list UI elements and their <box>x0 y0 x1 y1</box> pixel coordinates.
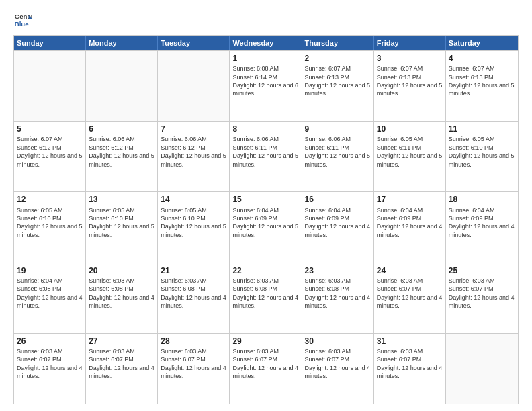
day-number: 26 <box>17 336 83 347</box>
day-number: 3 <box>377 53 443 64</box>
calendar: SundayMondayTuesdayWednesdayThursdayFrid… <box>13 35 519 404</box>
weekday-header-saturday: Saturday <box>446 36 518 50</box>
day-info: Sunrise: 6:05 AM Sunset: 6:11 PM Dayligh… <box>377 135 443 169</box>
day-cell-16: 16Sunrise: 6:04 AM Sunset: 6:09 PM Dayli… <box>302 192 374 262</box>
svg-text:Blue: Blue <box>15 20 29 28</box>
day-number: 28 <box>161 336 226 347</box>
empty-cell <box>86 51 158 121</box>
day-number: 18 <box>449 194 515 205</box>
day-cell-20: 20Sunrise: 6:03 AM Sunset: 6:08 PM Dayli… <box>86 263 158 333</box>
day-cell-7: 7Sunrise: 6:06 AM Sunset: 6:12 PM Daylig… <box>158 122 230 191</box>
weekday-header-wednesday: Wednesday <box>230 36 302 50</box>
calendar-body: 1Sunrise: 6:08 AM Sunset: 6:14 PM Daylig… <box>14 50 518 404</box>
logo-icon: General Blue <box>13 11 32 30</box>
day-cell-25: 25Sunrise: 6:03 AM Sunset: 6:07 PM Dayli… <box>446 263 518 333</box>
day-number: 20 <box>89 265 154 276</box>
day-info: Sunrise: 6:04 AM Sunset: 6:09 PM Dayligh… <box>377 206 443 240</box>
day-info: Sunrise: 6:03 AM Sunset: 6:08 PM Dayligh… <box>305 277 371 310</box>
day-cell-1: 1Sunrise: 6:08 AM Sunset: 6:14 PM Daylig… <box>230 51 302 121</box>
logo: General Blue <box>13 11 32 30</box>
day-cell-3: 3Sunrise: 6:07 AM Sunset: 6:13 PM Daylig… <box>374 51 446 121</box>
day-info: Sunrise: 6:03 AM Sunset: 6:07 PM Dayligh… <box>17 347 83 381</box>
day-cell-22: 22Sunrise: 6:03 AM Sunset: 6:08 PM Dayli… <box>230 263 302 333</box>
day-number: 15 <box>232 194 298 205</box>
day-cell-28: 28Sunrise: 6:03 AM Sunset: 6:07 PM Dayli… <box>158 334 230 404</box>
day-number: 1 <box>232 53 298 64</box>
day-info: Sunrise: 6:03 AM Sunset: 6:07 PM Dayligh… <box>161 347 226 381</box>
day-number: 27 <box>89 336 154 347</box>
calendar-row-3: 12Sunrise: 6:05 AM Sunset: 6:10 PM Dayli… <box>14 191 518 262</box>
calendar-row-1: 1Sunrise: 6:08 AM Sunset: 6:14 PM Daylig… <box>14 50 518 121</box>
calendar-header: SundayMondayTuesdayWednesdayThursdayFrid… <box>14 36 518 50</box>
weekday-header-tuesday: Tuesday <box>158 36 230 50</box>
day-info: Sunrise: 6:06 AM Sunset: 6:11 PM Dayligh… <box>305 135 371 169</box>
day-number: 9 <box>305 124 371 134</box>
day-info: Sunrise: 6:08 AM Sunset: 6:14 PM Dayligh… <box>232 64 298 98</box>
day-number: 2 <box>305 53 371 64</box>
day-number: 30 <box>305 336 371 347</box>
day-cell-30: 30Sunrise: 6:03 AM Sunset: 6:07 PM Dayli… <box>302 334 374 404</box>
calendar-row-2: 5Sunrise: 6:07 AM Sunset: 6:12 PM Daylig… <box>14 121 518 191</box>
day-number: 16 <box>305 194 371 205</box>
day-cell-17: 17Sunrise: 6:04 AM Sunset: 6:09 PM Dayli… <box>374 192 446 262</box>
day-info: Sunrise: 6:03 AM Sunset: 6:08 PM Dayligh… <box>161 277 226 310</box>
day-number: 25 <box>449 265 515 276</box>
day-info: Sunrise: 6:06 AM Sunset: 6:12 PM Dayligh… <box>89 135 154 169</box>
day-number: 17 <box>377 194 443 205</box>
day-cell-10: 10Sunrise: 6:05 AM Sunset: 6:11 PM Dayli… <box>374 122 446 191</box>
day-cell-26: 26Sunrise: 6:03 AM Sunset: 6:07 PM Dayli… <box>14 334 86 404</box>
day-cell-13: 13Sunrise: 6:05 AM Sunset: 6:10 PM Dayli… <box>86 192 158 262</box>
day-number: 23 <box>305 265 371 276</box>
day-info: Sunrise: 6:05 AM Sunset: 6:10 PM Dayligh… <box>161 206 226 240</box>
day-cell-19: 19Sunrise: 6:04 AM Sunset: 6:08 PM Dayli… <box>14 263 86 333</box>
day-cell-5: 5Sunrise: 6:07 AM Sunset: 6:12 PM Daylig… <box>14 122 86 191</box>
day-cell-24: 24Sunrise: 6:03 AM Sunset: 6:07 PM Dayli… <box>374 263 446 333</box>
day-info: Sunrise: 6:05 AM Sunset: 6:10 PM Dayligh… <box>449 135 515 169</box>
weekday-header-friday: Friday <box>374 36 446 50</box>
day-number: 24 <box>377 265 443 276</box>
weekday-header-monday: Monday <box>86 36 158 50</box>
day-number: 12 <box>17 194 83 205</box>
weekday-header-thursday: Thursday <box>302 36 374 50</box>
day-info: Sunrise: 6:03 AM Sunset: 6:07 PM Dayligh… <box>89 347 154 381</box>
day-number: 21 <box>161 265 226 276</box>
day-info: Sunrise: 6:07 AM Sunset: 6:13 PM Dayligh… <box>305 64 371 98</box>
day-info: Sunrise: 6:07 AM Sunset: 6:13 PM Dayligh… <box>377 64 443 98</box>
day-cell-27: 27Sunrise: 6:03 AM Sunset: 6:07 PM Dayli… <box>86 334 158 404</box>
day-number: 4 <box>449 53 515 64</box>
day-cell-18: 18Sunrise: 6:04 AM Sunset: 6:09 PM Dayli… <box>446 192 518 262</box>
day-cell-11: 11Sunrise: 6:05 AM Sunset: 6:10 PM Dayli… <box>446 122 518 191</box>
day-cell-12: 12Sunrise: 6:05 AM Sunset: 6:10 PM Dayli… <box>14 192 86 262</box>
day-info: Sunrise: 6:07 AM Sunset: 6:12 PM Dayligh… <box>17 135 83 169</box>
day-cell-8: 8Sunrise: 6:06 AM Sunset: 6:11 PM Daylig… <box>230 122 302 191</box>
day-cell-4: 4Sunrise: 6:07 AM Sunset: 6:13 PM Daylig… <box>446 51 518 121</box>
day-number: 29 <box>232 336 298 347</box>
day-info: Sunrise: 6:04 AM Sunset: 6:08 PM Dayligh… <box>17 277 83 310</box>
day-number: 11 <box>449 124 515 134</box>
day-info: Sunrise: 6:03 AM Sunset: 6:08 PM Dayligh… <box>89 277 154 310</box>
day-info: Sunrise: 6:03 AM Sunset: 6:07 PM Dayligh… <box>449 277 515 310</box>
day-cell-14: 14Sunrise: 6:05 AM Sunset: 6:10 PM Dayli… <box>158 192 230 262</box>
day-number: 19 <box>17 265 83 276</box>
day-number: 14 <box>161 194 226 205</box>
day-number: 7 <box>161 124 226 134</box>
day-number: 5 <box>17 124 83 134</box>
day-info: Sunrise: 6:04 AM Sunset: 6:09 PM Dayligh… <box>305 206 371 240</box>
day-info: Sunrise: 6:03 AM Sunset: 6:08 PM Dayligh… <box>232 277 298 310</box>
day-info: Sunrise: 6:05 AM Sunset: 6:10 PM Dayligh… <box>17 206 83 240</box>
day-cell-9: 9Sunrise: 6:06 AM Sunset: 6:11 PM Daylig… <box>302 122 374 191</box>
day-info: Sunrise: 6:05 AM Sunset: 6:10 PM Dayligh… <box>89 206 154 240</box>
day-cell-2: 2Sunrise: 6:07 AM Sunset: 6:13 PM Daylig… <box>302 51 374 121</box>
day-number: 13 <box>89 194 154 205</box>
day-info: Sunrise: 6:06 AM Sunset: 6:12 PM Dayligh… <box>161 135 226 169</box>
day-number: 22 <box>232 265 298 276</box>
calendar-row-5: 26Sunrise: 6:03 AM Sunset: 6:07 PM Dayli… <box>14 333 518 404</box>
weekday-header-sunday: Sunday <box>14 36 86 50</box>
day-cell-23: 23Sunrise: 6:03 AM Sunset: 6:08 PM Dayli… <box>302 263 374 333</box>
day-info: Sunrise: 6:04 AM Sunset: 6:09 PM Dayligh… <box>449 206 515 240</box>
empty-cell <box>14 51 86 121</box>
day-info: Sunrise: 6:03 AM Sunset: 6:07 PM Dayligh… <box>377 277 443 310</box>
calendar-row-4: 19Sunrise: 6:04 AM Sunset: 6:08 PM Dayli… <box>14 263 518 333</box>
day-number: 31 <box>377 336 443 347</box>
day-cell-15: 15Sunrise: 6:04 AM Sunset: 6:09 PM Dayli… <box>230 192 302 262</box>
